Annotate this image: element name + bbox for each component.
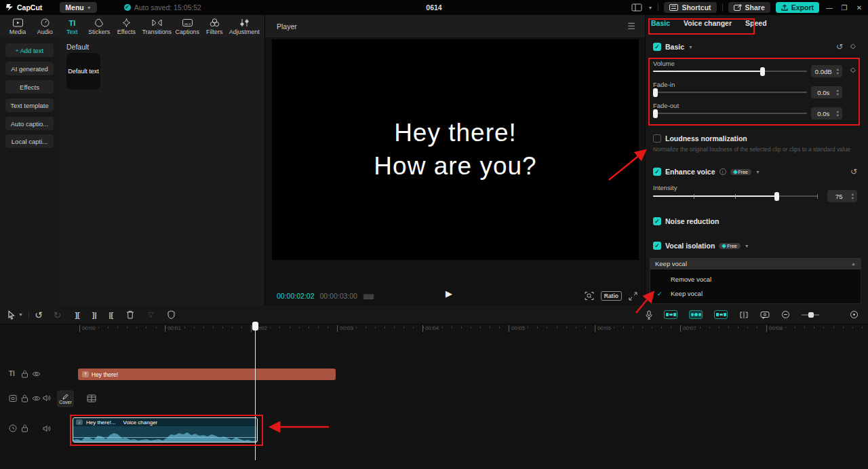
tab-media[interactable]: Media xyxy=(4,18,31,35)
sidebar-item-effects[interactable]: Effects xyxy=(5,80,54,94)
maximize-button[interactable]: ❐ xyxy=(840,4,849,12)
intensity-value[interactable]: 75 ▲▼ xyxy=(827,190,857,202)
text-clip[interactable]: T Hey there! xyxy=(78,369,336,380)
info-icon[interactable]: i xyxy=(719,168,726,175)
default-text-card[interactable]: Default text xyxy=(66,53,100,90)
menu-button[interactable]: Menu ▼ xyxy=(60,2,96,13)
close-button[interactable]: ✕ xyxy=(854,4,864,12)
lock-icon[interactable] xyxy=(21,370,28,378)
intensity-stepper[interactable]: ▲▼ xyxy=(851,193,857,200)
speaker-icon[interactable] xyxy=(43,425,51,432)
tab-captions[interactable]: Captions xyxy=(174,18,201,35)
redo-button[interactable]: ↻ xyxy=(54,309,62,320)
preview-quality-icon[interactable] xyxy=(585,291,594,301)
tab-stickers[interactable]: Stickers xyxy=(85,18,113,35)
tab-filters[interactable]: Filters xyxy=(201,18,228,35)
tab-basic[interactable]: Basic xyxy=(651,19,670,27)
sidebar-item-auto-captions[interactable]: Auto captio... xyxy=(5,117,54,130)
enhance-voice-checkbox[interactable]: ✓ xyxy=(653,168,661,176)
comment-icon[interactable] xyxy=(760,311,770,319)
minimize-button[interactable]: — xyxy=(825,4,834,12)
keyframe-diamond-icon[interactable]: ◇ xyxy=(850,42,856,50)
dropdown-option-keep-vocal[interactable]: ✓ Keep vocal xyxy=(650,286,861,301)
split-view-icon[interactable] xyxy=(739,311,749,319)
fade-in-stepper[interactable]: ▲▼ xyxy=(836,89,842,96)
tab-audio[interactable]: Audio xyxy=(31,18,58,35)
share-button[interactable]: Share xyxy=(728,2,770,13)
audio-clip[interactable]: ♪ Hey there!... Voice changer xyxy=(73,417,258,443)
preview-axis-toggle[interactable] xyxy=(714,310,728,319)
collapse-chevron-icon[interactable]: ▼ xyxy=(745,244,749,248)
magnetic-snap-toggle[interactable] xyxy=(664,310,677,319)
video-clip[interactable] xyxy=(87,394,96,403)
chevron-down-icon[interactable]: ▼ xyxy=(18,312,23,317)
zoom-out-icon[interactable] xyxy=(781,310,790,319)
sidebar-item-text-template[interactable]: Text template xyxy=(5,98,54,112)
player-menu-icon[interactable]: ☰ xyxy=(627,21,635,31)
mute-track-icon[interactable]: ▽ xyxy=(148,310,153,319)
eye-icon[interactable] xyxy=(32,395,41,402)
fade-out-slider[interactable] xyxy=(653,113,807,114)
export-button[interactable]: Export xyxy=(776,2,819,13)
undo-button[interactable]: ↺ xyxy=(35,309,43,320)
lock-icon[interactable] xyxy=(21,394,28,402)
split-tool[interactable]: ][ xyxy=(75,311,79,319)
tab-text[interactable]: TI Text xyxy=(58,18,85,35)
ratio-button[interactable]: Ratio xyxy=(601,291,622,301)
loudness-checkbox[interactable] xyxy=(653,134,661,143)
fade-in-slider[interactable] xyxy=(653,92,807,93)
fade-out-stepper[interactable]: ▲▼ xyxy=(836,110,842,117)
volume-slider[interactable] xyxy=(653,71,807,72)
link-clips-toggle[interactable] xyxy=(689,310,703,319)
layout-icon[interactable] xyxy=(631,3,642,12)
basic-checkbox[interactable]: ✓ xyxy=(653,43,661,51)
collapse-chevron-icon[interactable]: ▼ xyxy=(755,170,760,174)
tab-transitions[interactable]: Transitions xyxy=(140,18,174,35)
playhead[interactable] xyxy=(255,324,256,460)
delete-button[interactable] xyxy=(126,310,134,319)
fullscreen-icon[interactable] xyxy=(629,292,637,301)
timeline-ruler[interactable]: 00:00 00:01 00:02 00:03 00:04 00:05 00:0… xyxy=(0,324,868,334)
vocal-select[interactable]: Keep vocal ▲ xyxy=(650,258,861,269)
intensity-slider-handle[interactable] xyxy=(774,192,779,201)
sidebar-item-local-captions[interactable]: Local capti... xyxy=(5,134,54,148)
fade-out-slider-handle[interactable] xyxy=(653,109,658,118)
fade-in-slider-handle[interactable] xyxy=(653,88,658,97)
playhead-handle[interactable] xyxy=(252,322,258,331)
tab-speed[interactable]: Speed xyxy=(745,19,767,27)
volume-keyframe-icon[interactable]: ◇ xyxy=(850,66,856,73)
collapse-chevron-icon[interactable]: ▼ xyxy=(688,45,693,50)
fade-in-value[interactable]: 0.0s ▲▼ xyxy=(811,86,842,98)
split-left-tool[interactable]: ]| xyxy=(92,311,97,319)
noise-reduction-checkbox[interactable]: ✓ xyxy=(653,217,661,225)
play-button[interactable]: ▶ xyxy=(446,288,452,299)
zoom-slider-handle[interactable] xyxy=(808,312,814,318)
reset-icon[interactable]: ↺ xyxy=(836,42,843,52)
volume-slider-handle[interactable] xyxy=(760,67,765,76)
zoom-fit-icon[interactable] xyxy=(850,310,859,319)
tab-effects[interactable]: Effects xyxy=(113,18,140,35)
record-voiceover-icon[interactable] xyxy=(646,310,652,320)
sidebar-item-ai-generated[interactable]: AI generated xyxy=(5,62,54,75)
intensity-slider[interactable] xyxy=(653,195,818,197)
video-viewport[interactable]: Hey there! How are you? xyxy=(272,39,639,260)
lock-icon[interactable] xyxy=(21,424,28,432)
speaker-icon[interactable] xyxy=(43,394,51,402)
layout-chevron-icon[interactable]: ▼ xyxy=(648,5,652,10)
shortcut-button[interactable]: Shortcut xyxy=(664,2,716,13)
dropdown-option-remove-vocal[interactable]: Remove vocal xyxy=(650,272,861,286)
edit-cover-button[interactable]: Cover xyxy=(57,390,74,407)
select-tool[interactable]: ▼ xyxy=(7,310,23,320)
tab-voice-changer[interactable]: Voice changer xyxy=(684,19,732,27)
enhance-reset-icon[interactable]: ↺ xyxy=(850,167,857,176)
tab-adjustment[interactable]: Adjustment xyxy=(228,18,260,35)
volume-value[interactable]: 0.0dB ▲▼ xyxy=(811,65,842,77)
volume-stepper[interactable]: ▲▼ xyxy=(836,68,842,75)
fade-out-value[interactable]: 0.0s ▲▼ xyxy=(811,107,842,119)
vocal-isolation-checkbox[interactable]: ✓ xyxy=(653,242,661,250)
sidebar-item-add-text[interactable]: +Add text xyxy=(5,43,54,57)
split-right-tool[interactable]: |[ xyxy=(108,311,113,319)
cover-shield-icon[interactable] xyxy=(167,310,175,319)
eye-icon[interactable] xyxy=(32,371,41,377)
frame-view-icon[interactable]: ▦▦ xyxy=(363,293,373,300)
